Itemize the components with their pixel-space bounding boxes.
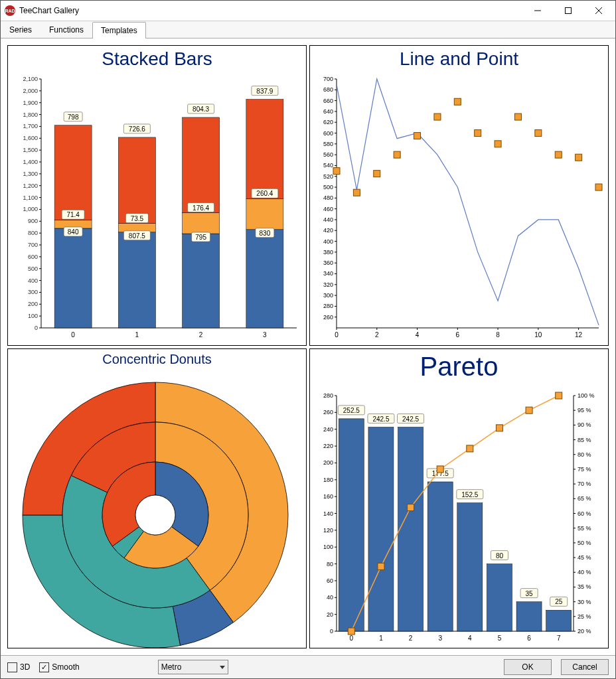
- svg-text:176.4: 176.4: [193, 204, 209, 212]
- svg-text:280: 280: [323, 303, 333, 309]
- svg-text:0: 0: [335, 331, 339, 339]
- svg-rect-267: [378, 563, 384, 569]
- svg-text:73.5: 73.5: [131, 215, 144, 222]
- checkbox-3d-box[interactable]: [7, 662, 17, 672]
- svg-text:0: 0: [350, 635, 354, 642]
- checkbox-smooth-box[interactable]: ✓: [39, 662, 49, 672]
- svg-text:500: 500: [28, 265, 38, 272]
- svg-rect-260: [516, 601, 542, 631]
- tab-templates[interactable]: Templates: [92, 22, 146, 38]
- window-controls: [522, 1, 614, 21]
- svg-text:20: 20: [327, 611, 333, 617]
- svg-text:100 %: 100 %: [578, 392, 595, 399]
- svg-text:90 %: 90 %: [578, 421, 591, 428]
- svg-text:340: 340: [323, 270, 333, 277]
- svg-text:804.3: 804.3: [193, 106, 209, 113]
- svg-text:726.6: 726.6: [129, 125, 145, 133]
- svg-text:85 %: 85 %: [578, 436, 591, 443]
- svg-text:3: 3: [438, 635, 442, 642]
- svg-text:95 %: 95 %: [578, 407, 591, 414]
- svg-text:1,200: 1,200: [23, 183, 38, 189]
- app-window: RAD TeeChart Gallery Series Functions Te…: [0, 0, 616, 679]
- svg-rect-251: [427, 481, 453, 631]
- svg-text:1: 1: [379, 635, 383, 642]
- chart-stacked-bars[interactable]: Stacked Bars 010020030040050060070080090…: [7, 45, 307, 346]
- svg-text:242.5: 242.5: [402, 415, 419, 422]
- chart-pareto[interactable]: Pareto 020406080100120140160180200220240…: [309, 348, 609, 649]
- titlebar: RAD TeeChart Gallery: [1, 1, 615, 21]
- svg-text:600: 600: [28, 254, 38, 260]
- maximize-button[interactable]: [553, 1, 583, 21]
- chart-line-point[interactable]: Line and Point 2602803003203403603804004…: [309, 45, 609, 346]
- svg-text:35: 35: [526, 589, 534, 597]
- svg-text:798: 798: [68, 113, 79, 121]
- svg-rect-248: [398, 427, 424, 631]
- svg-text:795: 795: [195, 234, 206, 241]
- svg-rect-157: [434, 113, 441, 120]
- svg-text:80 %: 80 %: [578, 451, 591, 457]
- svg-text:700: 700: [323, 76, 333, 82]
- svg-rect-59: [183, 234, 220, 328]
- chart-donuts[interactable]: Concentric Donuts: [7, 348, 307, 649]
- tab-functions[interactable]: Functions: [40, 21, 92, 38]
- theme-select[interactable]: Metro: [158, 660, 228, 674]
- svg-rect-55: [118, 232, 155, 328]
- svg-text:260.4: 260.4: [256, 190, 273, 197]
- svg-rect-268: [408, 504, 414, 510]
- svg-text:4: 4: [468, 635, 472, 642]
- svg-text:560: 560: [323, 151, 333, 158]
- svg-rect-1: [566, 8, 572, 14]
- svg-text:400: 400: [323, 238, 333, 245]
- chart-title-donuts: Concentric Donuts: [102, 352, 212, 367]
- svg-text:807.5: 807.5: [129, 232, 145, 240]
- svg-rect-155: [394, 151, 400, 158]
- svg-rect-271: [496, 424, 502, 431]
- svg-text:837.9: 837.9: [256, 88, 273, 95]
- svg-text:75 %: 75 %: [578, 465, 591, 472]
- chart-title-stacked: Stacked Bars: [102, 48, 212, 70]
- tab-series[interactable]: Series: [1, 21, 40, 38]
- svg-rect-63: [246, 230, 283, 328]
- svg-text:40 %: 40 %: [578, 569, 591, 575]
- svg-text:220: 220: [323, 443, 333, 449]
- svg-text:320: 320: [323, 281, 333, 288]
- checkbox-3d[interactable]: 3D: [7, 662, 30, 672]
- svg-rect-64: [246, 198, 283, 230]
- svg-text:2: 2: [375, 331, 379, 339]
- svg-text:200: 200: [323, 459, 333, 466]
- svg-text:360: 360: [323, 260, 333, 266]
- chart-title-pareto: Pareto: [420, 352, 499, 382]
- svg-rect-254: [457, 502, 483, 631]
- ok-button[interactable]: OK: [504, 659, 552, 675]
- svg-rect-272: [526, 407, 532, 414]
- svg-rect-152: [333, 168, 340, 175]
- svg-text:2,000: 2,000: [23, 88, 38, 94]
- window-title: TeeChart Gallery: [19, 6, 522, 15]
- svg-text:1,100: 1,100: [23, 194, 38, 201]
- close-button[interactable]: [583, 1, 614, 21]
- svg-text:300: 300: [323, 292, 333, 299]
- svg-text:300: 300: [28, 289, 38, 295]
- svg-text:830: 830: [260, 230, 271, 237]
- svg-rect-51: [54, 228, 92, 328]
- svg-rect-257: [487, 564, 512, 631]
- theme-select-value: Metro: [161, 660, 182, 674]
- svg-rect-162: [535, 130, 542, 137]
- svg-text:840: 840: [68, 228, 79, 236]
- svg-rect-153: [353, 189, 360, 196]
- svg-text:1,000: 1,000: [23, 206, 38, 212]
- checkbox-smooth[interactable]: ✓ Smooth: [39, 662, 79, 672]
- minimize-button[interactable]: [522, 1, 553, 21]
- svg-rect-165: [595, 184, 602, 190]
- chart-title-linepoint: Line and Point: [400, 48, 518, 70]
- svg-rect-266: [348, 628, 354, 635]
- svg-text:60: 60: [327, 577, 333, 583]
- svg-text:4: 4: [416, 331, 420, 339]
- svg-text:242.5: 242.5: [372, 415, 389, 422]
- svg-text:240: 240: [323, 425, 333, 432]
- svg-rect-269: [437, 465, 443, 472]
- svg-rect-164: [576, 154, 582, 161]
- svg-text:6: 6: [527, 635, 531, 642]
- svg-text:12: 12: [575, 331, 583, 339]
- cancel-button[interactable]: Cancel: [561, 659, 609, 675]
